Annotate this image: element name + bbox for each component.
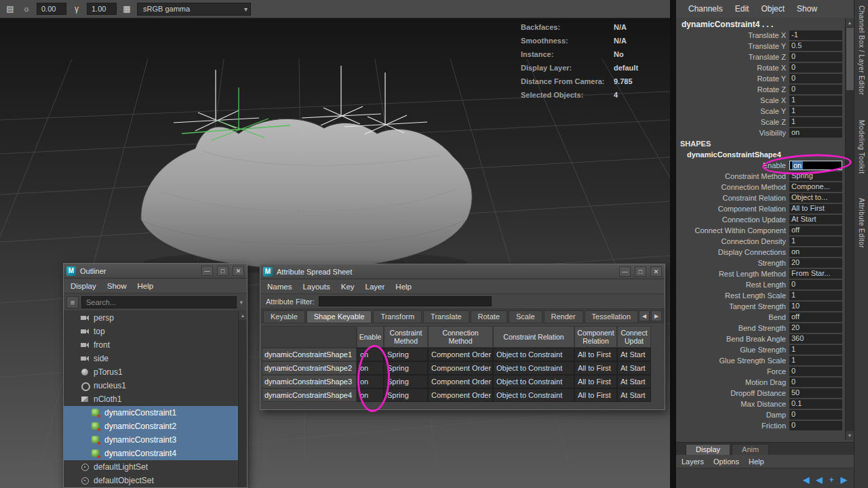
outliner-scrollbar[interactable]: ▲ [238, 311, 247, 487]
cb-attr-value[interactable]: 1 [789, 237, 842, 246]
cb-attr-value[interactable]: 0 [789, 85, 842, 94]
channel-box-scrollbar[interactable]: ▲ ▼ [845, 18, 854, 440]
close-button[interactable]: ✕ [650, 266, 662, 277]
scroll-up-icon[interactable]: ▲ [239, 311, 247, 320]
layer-menu-layers[interactable]: Layers [682, 458, 704, 466]
menu-object[interactable]: Object [761, 4, 785, 14]
cb-attr-value[interactable]: 0 [789, 367, 842, 376]
gamma-icon[interactable]: γ [71, 3, 83, 15]
minimize-button[interactable]: — [619, 266, 631, 277]
scroll-up-icon[interactable]: ▲ [846, 18, 854, 27]
ss-cell[interactable]: Component Order [428, 348, 493, 361]
ss-cell[interactable]: All to First [574, 375, 617, 388]
cb-attr-value[interactable]: From Star... [789, 269, 842, 279]
close-button[interactable]: ✕ [233, 266, 244, 276]
ss-col-header-constraint-relation[interactable]: Constraint Relation [493, 326, 574, 348]
spreadsheet-menu-layouts[interactable]: Layouts [302, 283, 330, 291]
cb-attr-value[interactable]: on [789, 161, 842, 170]
ss-cell[interactable]: All to First [574, 348, 617, 361]
ss-row-name[interactable]: dynamicConstraintShape1 [262, 348, 357, 361]
cb-attr-value[interactable]: 0 [789, 378, 842, 387]
menu-channels[interactable]: Channels [688, 4, 723, 14]
layer-menu-help[interactable]: Help [749, 458, 764, 466]
ss-cell[interactable]: At Start [617, 388, 651, 402]
search-input[interactable] [81, 296, 237, 308]
outliner-menu-show[interactable]: Show [107, 282, 127, 290]
cb-attr-value[interactable]: At Start [789, 215, 842, 224]
ss-cell[interactable]: on [357, 388, 384, 402]
cb-attr-value[interactable]: 1 [789, 96, 842, 105]
layer-move-up-icon[interactable]: ◀ [803, 475, 809, 485]
view-transform-select[interactable]: sRGB gamma ▾ [137, 3, 251, 16]
gamma-field[interactable]: 1.00 [87, 3, 117, 15]
ss-cell[interactable]: Component Order [428, 361, 493, 375]
tab-shape-keyable[interactable]: Shape Keyable [307, 310, 372, 323]
tab-scroll-left-icon[interactable]: ◀ [639, 310, 650, 321]
outliner-item-dynamicconstraint3[interactable]: dynamicConstraint3 [64, 433, 238, 447]
cb-attr-value[interactable]: 0 [789, 74, 842, 83]
layer-options-icon[interactable]: ▶ [841, 475, 847, 485]
channel-box-node-title[interactable]: dynamicConstraint4 . . . [676, 18, 854, 30]
spreadsheet-menu-names[interactable]: Names [267, 283, 292, 291]
spreadsheet-menu-layer[interactable]: Layer [366, 283, 385, 291]
tab-transform[interactable]: Transform [373, 310, 422, 323]
ss-cell[interactable]: Spring [384, 375, 428, 388]
outliner-titlebar[interactable]: M Outliner — □ ✕ [64, 264, 247, 279]
spreadsheet-titlebar[interactable]: M Attribute Spread Sheet — □ ✕ [260, 264, 665, 279]
panel-layout-icon[interactable]: ▤ [4, 3, 16, 15]
tab-scroll-right-icon[interactable]: ▶ [651, 310, 662, 321]
attribute-filter-input[interactable] [319, 296, 492, 306]
tab-translate[interactable]: Translate [423, 310, 469, 323]
cb-attr-value[interactable]: on [789, 247, 842, 257]
cb-attr-value[interactable]: 20 [789, 258, 842, 268]
outliner-item-nucleus1[interactable]: nucleus1 [64, 379, 238, 392]
ss-cell[interactable]: Object to Constraint [493, 375, 574, 388]
cb-attr-value[interactable]: 1 [789, 117, 842, 127]
ss-col-header-connect-updat[interactable]: Connect Updat [617, 326, 651, 348]
cb-attr-value[interactable]: All to First [789, 204, 842, 214]
ss-cell[interactable]: on [357, 375, 384, 388]
cb-attr-value[interactable]: 0 [789, 63, 842, 73]
cb-shape-title[interactable]: dynamicConstraintShape4 [676, 149, 845, 160]
ss-col-header-connection-method[interactable]: Connection Method [428, 326, 493, 348]
scroll-down-icon[interactable]: ▼ [846, 431, 854, 440]
tab-rotate[interactable]: Rotate [471, 310, 507, 323]
cb-attr-value[interactable]: 360 [789, 334, 842, 344]
ss-cell[interactable]: Spring [384, 361, 428, 375]
cb-attr-value[interactable]: off [789, 312, 842, 322]
ss-cell[interactable]: Object to Constraint [493, 388, 574, 402]
outliner-item-defaultlightset[interactable]: defaultLightSet [64, 460, 238, 474]
ss-cell[interactable]: Component Order [428, 375, 493, 388]
exposure-icon[interactable]: ☼ [20, 3, 33, 15]
cb-attr-value[interactable]: 0 [789, 421, 842, 430]
maximize-button[interactable]: □ [635, 266, 646, 277]
ss-col-header-constraint-method[interactable]: Constraint Method [384, 326, 428, 348]
ss-cell[interactable]: At Start [617, 375, 651, 388]
menu-show[interactable]: Show [797, 4, 817, 14]
outliner-item-dynamicconstraint1[interactable]: dynamicConstraint1 [64, 406, 238, 420]
outliner-item-ptorus1[interactable]: pTorus1 [64, 365, 238, 379]
cb-attr-value[interactable]: 0.5 [789, 41, 842, 51]
tab-anim[interactable]: Anim [732, 444, 769, 455]
ss-col-header-component-relation[interactable]: Component Relation [574, 326, 617, 348]
ncloth-mesh[interactable] [141, 119, 472, 273]
ss-col-header-enable[interactable]: Enable [357, 326, 384, 348]
ss-cell[interactable]: Component Order [428, 388, 493, 402]
exposure-field[interactable]: 0.00 [37, 3, 66, 15]
menu-edit[interactable]: Edit [735, 4, 749, 14]
ss-cell[interactable]: All to First [574, 361, 617, 375]
panel-divider[interactable] [670, 0, 676, 488]
minimize-button[interactable]: — [201, 266, 213, 276]
cb-attr-value[interactable]: 1 [789, 345, 842, 354]
layer-move-down-icon[interactable]: ◀ [816, 475, 823, 485]
cb-attr-value[interactable]: 0.1 [789, 399, 842, 409]
cb-attr-value[interactable]: 0 [789, 410, 842, 420]
ss-cell[interactable]: on [357, 348, 384, 361]
ss-cell[interactable]: At Start [617, 361, 651, 375]
scrollbar-thumb[interactable] [846, 28, 854, 90]
cb-attr-value[interactable]: -1 [789, 30, 842, 40]
outliner-menu-help[interactable]: Help [138, 282, 154, 290]
cb-attr-value[interactable]: 50 [789, 388, 842, 398]
cb-attr-value[interactable]: 0 [789, 280, 842, 289]
cb-attr-value[interactable]: Spring [789, 171, 842, 181]
